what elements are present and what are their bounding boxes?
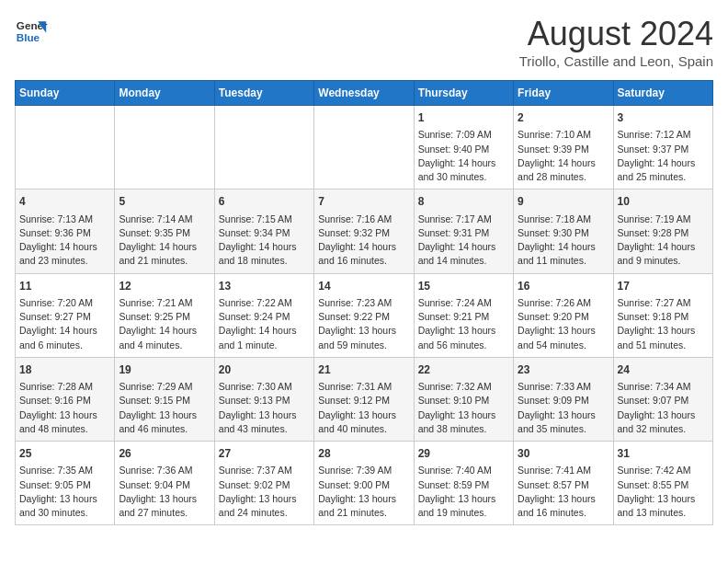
day-number: 22 — [418, 362, 509, 378]
sunset-text: Sunset: 9:34 PM — [219, 226, 310, 240]
calendar-body: 1Sunrise: 7:09 AMSunset: 9:40 PMDaylight… — [16, 106, 713, 525]
daylight-text: Daylight: 14 hours — [618, 156, 709, 170]
daylight-text: and 46 minutes. — [119, 422, 210, 436]
daylight-text: and 16 minutes. — [318, 254, 409, 268]
calendar-cell: 20Sunrise: 7:30 AMSunset: 9:13 PMDayligh… — [214, 357, 313, 441]
daylight-text: and 23 minutes. — [19, 254, 110, 268]
day-number: 20 — [219, 362, 310, 378]
day-number: 28 — [318, 446, 409, 462]
page-header: General Blue August 2024 Triollo, Castil… — [15, 15, 713, 69]
sunrise-text: Sunrise: 7:30 AM — [219, 380, 310, 394]
day-number: 31 — [618, 446, 709, 462]
calendar-week-2: 4Sunrise: 7:13 AMSunset: 9:36 PMDaylight… — [16, 190, 713, 273]
sunrise-text: Sunrise: 7:17 AM — [418, 213, 509, 226]
svg-text:Blue: Blue — [17, 31, 40, 43]
calendar-cell: 15Sunrise: 7:24 AMSunset: 9:21 PMDayligh… — [414, 273, 513, 357]
calendar-cell: 13Sunrise: 7:22 AMSunset: 9:24 PMDayligh… — [214, 273, 313, 357]
calendar-cell: 4Sunrise: 7:13 AMSunset: 9:36 PMDaylight… — [16, 190, 115, 273]
calendar-cell: 26Sunrise: 7:36 AMSunset: 9:04 PMDayligh… — [115, 442, 214, 525]
sunrise-text: Sunrise: 7:13 AM — [19, 213, 110, 226]
calendar-cell: 17Sunrise: 7:27 AMSunset: 9:18 PMDayligh… — [613, 273, 712, 357]
day-number: 17 — [618, 279, 709, 294]
daylight-text: and 18 minutes. — [219, 254, 310, 268]
day-number: 4 — [19, 194, 110, 210]
sunrise-text: Sunrise: 7:16 AM — [318, 213, 409, 226]
sunrise-text: Sunrise: 7:10 AM — [518, 128, 609, 142]
calendar-cell: 11Sunrise: 7:20 AMSunset: 9:27 PMDayligh… — [16, 273, 115, 357]
sunrise-text: Sunrise: 7:21 AM — [119, 296, 210, 310]
daylight-text: and 40 minutes. — [318, 422, 409, 436]
daylight-text: Daylight: 13 hours — [518, 324, 609, 338]
sunrise-text: Sunrise: 7:39 AM — [318, 464, 409, 477]
calendar-cell: 30Sunrise: 7:41 AMSunset: 8:57 PMDayligh… — [514, 442, 613, 525]
daylight-text: Daylight: 13 hours — [518, 492, 609, 506]
day-number: 3 — [618, 110, 709, 126]
daylight-text: Daylight: 14 hours — [19, 240, 110, 254]
sunset-text: Sunset: 9:09 PM — [518, 394, 609, 408]
calendar-cell: 3Sunrise: 7:12 AMSunset: 9:37 PMDaylight… — [613, 106, 712, 190]
sunrise-text: Sunrise: 7:34 AM — [618, 380, 709, 394]
sunset-text: Sunset: 9:12 PM — [318, 394, 409, 408]
daylight-text: and 28 minutes. — [518, 170, 609, 184]
day-number: 18 — [19, 362, 110, 378]
sunrise-text: Sunrise: 7:26 AM — [518, 296, 609, 310]
daylight-text: and 21 minutes. — [119, 254, 210, 268]
calendar-cell — [115, 106, 214, 190]
calendar-cell: 7Sunrise: 7:16 AMSunset: 9:32 PMDaylight… — [314, 190, 414, 273]
sunset-text: Sunset: 9:31 PM — [418, 226, 509, 240]
daylight-text: Daylight: 13 hours — [418, 408, 509, 422]
day-number: 15 — [418, 279, 509, 294]
daylight-text: Daylight: 13 hours — [119, 492, 210, 506]
daylight-text: and 19 minutes. — [418, 506, 509, 520]
calendar-cell: 9Sunrise: 7:18 AMSunset: 9:30 PMDaylight… — [514, 190, 613, 273]
daylight-text: Daylight: 14 hours — [418, 240, 509, 254]
sunset-text: Sunset: 9:10 PM — [418, 394, 509, 408]
sunset-text: Sunset: 9:13 PM — [219, 394, 310, 408]
daylight-text: Daylight: 14 hours — [119, 240, 210, 254]
daylight-text: Daylight: 13 hours — [318, 324, 409, 338]
day-number: 14 — [318, 279, 409, 294]
daylight-text: and 54 minutes. — [518, 339, 609, 352]
calendar-cell: 24Sunrise: 7:34 AMSunset: 9:07 PMDayligh… — [613, 357, 712, 441]
daylight-text: Daylight: 13 hours — [618, 324, 709, 338]
day-header-wednesday: Wednesday — [314, 81, 414, 106]
daylight-text: Daylight: 13 hours — [418, 492, 509, 506]
sunset-text: Sunset: 9:36 PM — [19, 226, 110, 240]
sunset-text: Sunset: 9:24 PM — [219, 310, 310, 324]
daylight-text: Daylight: 13 hours — [318, 408, 409, 422]
day-header-sunday: Sunday — [16, 81, 115, 106]
daylight-text: and 35 minutes. — [518, 422, 609, 436]
day-number: 11 — [19, 279, 110, 294]
daylight-text: Daylight: 13 hours — [219, 408, 310, 422]
sunset-text: Sunset: 9:35 PM — [119, 226, 210, 240]
calendar-header: SundayMondayTuesdayWednesdayThursdayFrid… — [16, 81, 713, 106]
day-number: 7 — [318, 194, 409, 210]
calendar-cell: 19Sunrise: 7:29 AMSunset: 9:15 PMDayligh… — [115, 357, 214, 441]
calendar-cell: 28Sunrise: 7:39 AMSunset: 9:00 PMDayligh… — [314, 442, 414, 525]
daylight-text: and 25 minutes. — [618, 170, 709, 184]
daylight-text: and 13 minutes. — [618, 506, 709, 520]
sunset-text: Sunset: 9:21 PM — [418, 310, 509, 324]
sunset-text: Sunset: 9:27 PM — [19, 310, 110, 324]
sunset-text: Sunset: 9:40 PM — [418, 143, 509, 156]
sunrise-text: Sunrise: 7:19 AM — [618, 213, 709, 226]
daylight-text: Daylight: 13 hours — [418, 324, 509, 338]
calendar-cell — [214, 106, 313, 190]
day-header-row: SundayMondayTuesdayWednesdayThursdayFrid… — [16, 81, 713, 106]
calendar-cell: 18Sunrise: 7:28 AMSunset: 9:16 PMDayligh… — [16, 357, 115, 441]
daylight-text: Daylight: 13 hours — [618, 492, 709, 506]
day-number: 1 — [418, 110, 509, 126]
day-number: 24 — [618, 362, 709, 378]
sunrise-text: Sunrise: 7:32 AM — [418, 380, 509, 394]
daylight-text: Daylight: 13 hours — [518, 408, 609, 422]
day-number: 27 — [219, 446, 310, 462]
sunrise-text: Sunrise: 7:28 AM — [19, 380, 110, 394]
day-number: 21 — [318, 362, 409, 378]
calendar-cell: 5Sunrise: 7:14 AMSunset: 9:35 PMDaylight… — [115, 190, 214, 273]
day-header-saturday: Saturday — [613, 81, 712, 106]
sunset-text: Sunset: 9:20 PM — [518, 310, 609, 324]
day-number: 8 — [418, 194, 509, 210]
day-number: 26 — [119, 446, 210, 462]
day-number: 29 — [418, 446, 509, 462]
sunset-text: Sunset: 9:39 PM — [518, 143, 609, 156]
